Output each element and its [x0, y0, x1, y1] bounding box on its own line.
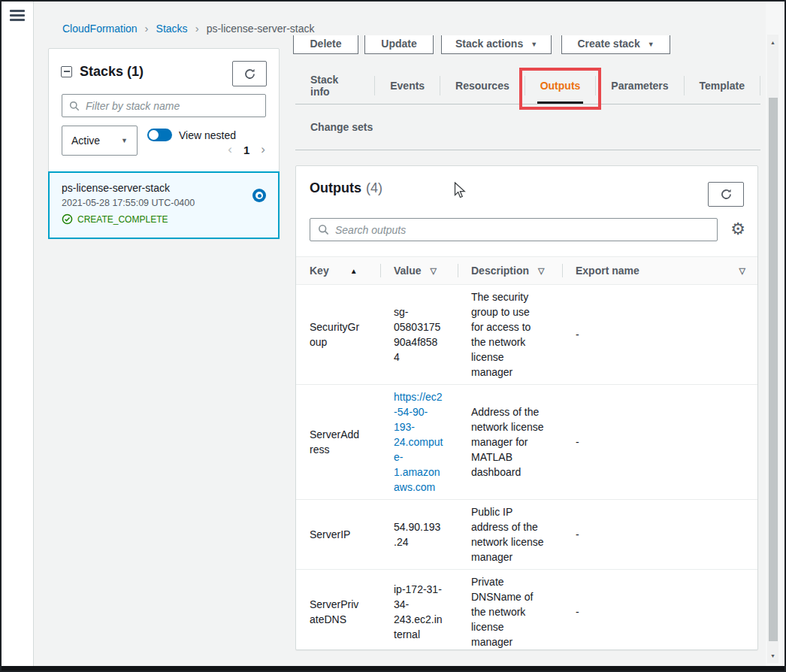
- outputs-search-input[interactable]: [335, 224, 709, 236]
- previous-page-icon[interactable]: ‹: [228, 142, 232, 157]
- sort-icon[interactable]: ▽: [431, 266, 437, 276]
- stack-status: CREATE_COMPLETE: [62, 213, 266, 225]
- outputs-table-header: Key ▲ Value ▽ Description ▽ Export name …: [296, 256, 757, 285]
- tab-outputs[interactable]: Outputs: [525, 68, 596, 104]
- cell-export-name: -: [562, 322, 757, 347]
- cell-description: Address of the network license manager f…: [458, 400, 562, 484]
- breadcrumb-cloudformation[interactable]: CloudFormation: [62, 23, 138, 35]
- sort-ascending-icon[interactable]: ▲: [350, 267, 358, 275]
- outputs-search-field[interactable]: [310, 218, 718, 241]
- stacks-refresh-button[interactable]: [232, 61, 267, 86]
- stacks-panel-header: Stacks (1): [61, 64, 144, 80]
- cell-value: 54.90.193.24: [380, 515, 458, 554]
- stacks-sidebar-panel: Stacks (1) Active ▼ View nested ‹: [48, 48, 280, 239]
- table-row-serveraddress: ServerAddress https://ec2-54-90-193-24.c…: [296, 385, 757, 500]
- table-row-serverprivatedns: ServerPrivateDNS ip-172-31-34-243.ec2.in…: [296, 570, 757, 654]
- outputs-panel-title: Outputs(4): [310, 180, 382, 196]
- tab-divider: [760, 76, 760, 95]
- view-nested-control: View nested: [147, 129, 236, 141]
- tab-row-2: Change sets: [295, 104, 760, 150]
- collapse-panel-icon[interactable]: [61, 66, 72, 77]
- cell-key: ServerPrivateDNS: [296, 592, 380, 631]
- stack-status-filter-dropdown[interactable]: Active ▼: [62, 126, 138, 156]
- scrollbar-thumb[interactable]: [769, 98, 778, 641]
- tab-row-1: Stack info Events Resources Outputs Para…: [295, 68, 760, 104]
- stacks-count: (1): [127, 64, 144, 79]
- outputs-refresh-button[interactable]: [708, 182, 744, 207]
- cell-key: ServerIP: [296, 522, 380, 546]
- view-nested-toggle[interactable]: [147, 129, 172, 141]
- cell-key: ServerAddress: [296, 422, 380, 462]
- stack-detail-tabs: Stack info Events Resources Outputs Para…: [295, 68, 760, 150]
- hamburger-menu-icon[interactable]: [10, 10, 25, 22]
- cell-value: sg-0580317590a4f8584: [380, 300, 458, 369]
- scroll-up-arrow-icon[interactable]: ▲: [767, 38, 778, 48]
- refresh-icon: [243, 68, 256, 80]
- cell-description: The security group to use for access to …: [458, 285, 562, 384]
- breadcrumb-current-stack: ps-license-server-stack: [207, 23, 315, 35]
- stack-radio-selected[interactable]: [252, 189, 266, 202]
- delete-button[interactable]: Delete: [293, 35, 358, 54]
- tab-resources[interactable]: Resources: [440, 68, 525, 104]
- stack-status-label: CREATE_COMPLETE: [77, 214, 168, 225]
- column-header-key[interactable]: Key ▲: [296, 257, 380, 284]
- caret-down-icon: ▼: [648, 41, 654, 48]
- table-row-serverip: ServerIP 54.90.193.24 Public IP address …: [296, 500, 757, 570]
- refresh-icon: [720, 188, 733, 201]
- check-circle-icon: [62, 213, 73, 225]
- column-header-description[interactable]: Description ▽: [458, 257, 562, 284]
- stack-filter-field[interactable]: [62, 94, 266, 117]
- tab-template[interactable]: Template: [685, 68, 760, 104]
- sort-icon[interactable]: ▽: [739, 266, 745, 276]
- side-nav-rail: [2, 2, 34, 666]
- active-tab-underline: [537, 101, 584, 104]
- search-icon: [318, 224, 329, 235]
- scroll-down-arrow-icon[interactable]: ▼: [767, 651, 778, 661]
- preferences-gear-icon[interactable]: ⚙: [730, 219, 745, 240]
- tab-parameters[interactable]: Parameters: [596, 68, 683, 104]
- cell-export-name: -: [562, 430, 757, 454]
- cell-key: SecurityGroup: [296, 315, 380, 354]
- caret-down-icon: ▼: [531, 41, 537, 48]
- table-row-securitygroup: SecurityGroup sg-0580317590a4f8584 The s…: [296, 285, 757, 385]
- stacks-panel-title: Stacks (1): [80, 64, 144, 80]
- tab-events[interactable]: Events: [375, 68, 440, 104]
- outputs-panel: Outputs(4) ⚙ Key ▲ Value: [295, 165, 758, 650]
- cell-export-name: -: [562, 600, 757, 624]
- stack-filter-input[interactable]: [86, 100, 258, 112]
- cell-description: Public IP address of the network license…: [458, 500, 562, 569]
- cell-description: Private DNSName of the network license m…: [458, 570, 562, 654]
- stack-list-item-selected[interactable]: ps-license-server-stack 2021-05-28 17:55…: [48, 171, 280, 239]
- tab-stack-info[interactable]: Stack info: [295, 68, 374, 104]
- outputs-table: Key ▲ Value ▽ Description ▽ Export name …: [296, 256, 757, 654]
- column-header-value[interactable]: Value ▽: [380, 257, 458, 284]
- stack-actions-button[interactable]: Stack actions ▼: [441, 35, 552, 54]
- outputs-count: (4): [366, 180, 382, 195]
- breadcrumb: CloudFormation›Stacks›ps-license-server-…: [62, 22, 315, 35]
- search-icon: [69, 101, 80, 111]
- tab-change-sets[interactable]: Change sets: [295, 104, 388, 150]
- chevron-right-icon: ›: [188, 22, 207, 35]
- window-bottom-border: [2, 666, 784, 670]
- cell-value: https://ec2-54-90-193-24.compute-1.amazo…: [380, 385, 458, 499]
- chevron-right-icon: ›: [138, 22, 156, 35]
- server-address-link[interactable]: https://ec2-54-90-193-24.compute-1.amazo…: [394, 389, 443, 495]
- update-button[interactable]: Update: [364, 35, 434, 54]
- sort-icon[interactable]: ▽: [538, 266, 544, 276]
- cell-value: ip-172-31-34-243.ec2.internal: [380, 577, 458, 646]
- breadcrumb-stacks[interactable]: Stacks: [156, 23, 188, 35]
- caret-down-icon: ▼: [121, 137, 128, 144]
- cell-export-name: -: [562, 522, 757, 546]
- view-nested-label: View nested: [179, 129, 236, 141]
- stack-name: ps-license-server-stack: [62, 182, 266, 194]
- column-header-export-name[interactable]: Export name ▽: [562, 257, 757, 284]
- stacks-pagination: ‹ 1 ›: [228, 142, 265, 157]
- stack-created-timestamp: 2021-05-28 17:55:09 UTC-0400: [62, 198, 266, 208]
- vertical-scrollbar[interactable]: ▲ ▼: [767, 35, 778, 663]
- cloudformation-console-window: CloudFormation›Stacks›ps-license-server-…: [0, 0, 786, 672]
- page-number[interactable]: 1: [243, 144, 249, 156]
- create-stack-button[interactable]: Create stack ▼: [561, 35, 670, 54]
- next-page-icon[interactable]: ›: [261, 142, 265, 157]
